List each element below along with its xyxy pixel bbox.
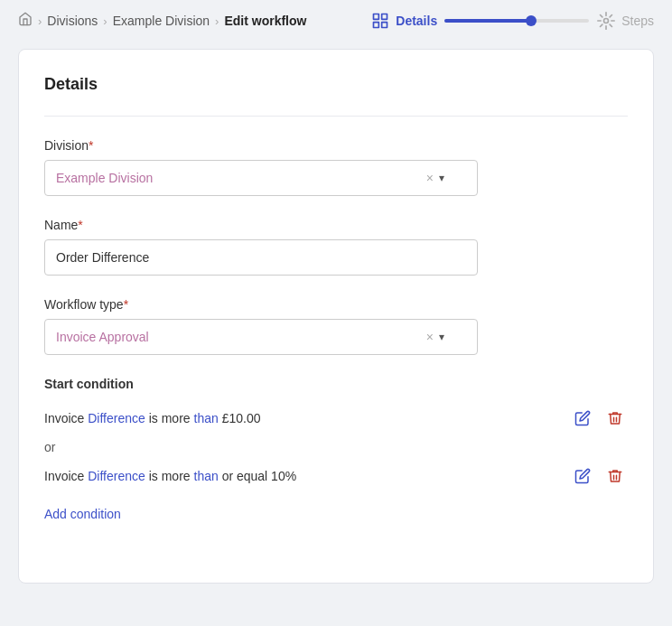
- steps-icon: [596, 11, 616, 31]
- details-step-label: Details: [396, 14, 437, 28]
- condition-actions-2: [570, 463, 628, 489]
- division-select-icons: × ▾: [426, 171, 444, 185]
- title-divider: [44, 116, 628, 117]
- stepper-indicator: [526, 15, 537, 26]
- workflow-type-label: Workflow type*: [44, 297, 628, 312]
- main-card: Details Division* Example Division × ▾ N…: [18, 49, 654, 584]
- breadcrumb-example-division[interactable]: Example Division: [113, 14, 210, 28]
- division-label: Division*: [44, 138, 628, 153]
- division-clear-icon[interactable]: ×: [426, 171, 434, 185]
- start-condition-title: Start condition: [44, 377, 628, 391]
- division-select[interactable]: Example Division × ▾: [44, 160, 478, 196]
- breadcrumb-sep-1: ›: [38, 14, 42, 28]
- division-field-group: Division* Example Division × ▾: [44, 138, 628, 196]
- start-condition-group: Start condition Invoice Difference is mo…: [44, 377, 628, 525]
- condition-row-2: Invoice Difference is more than or equal…: [44, 460, 628, 492]
- stepper-progress-track: [444, 19, 589, 23]
- condition-highlight-than-2: than: [194, 469, 219, 483]
- svg-rect-0: [374, 14, 379, 20]
- edit-condition-1-button[interactable]: [570, 406, 595, 431]
- steps-step-label: Steps: [621, 14, 654, 28]
- workflow-type-clear-icon[interactable]: ×: [426, 330, 434, 344]
- details-icon: [370, 11, 390, 31]
- name-field-group: Name*: [44, 218, 628, 276]
- topbar: › Divisions › Example Division › Edit wo…: [0, 0, 672, 42]
- stepper: Details Steps: [370, 11, 654, 31]
- add-condition-button[interactable]: Add condition: [44, 503, 121, 525]
- breadcrumb: › Divisions › Example Division › Edit wo…: [18, 12, 306, 30]
- workflow-type-value: Invoice Approval: [56, 330, 149, 344]
- condition-text-1: Invoice Difference is more than £10.00: [44, 411, 260, 425]
- svg-rect-2: [382, 23, 387, 28]
- workflow-type-select[interactable]: Invoice Approval × ▾: [44, 319, 478, 355]
- stepper-progress-fill: [444, 19, 531, 23]
- division-arrow-icon[interactable]: ▾: [439, 172, 444, 184]
- workflow-type-select-icons: × ▾: [426, 330, 444, 344]
- name-label: Name*: [44, 218, 628, 232]
- svg-rect-1: [382, 14, 387, 20]
- home-icon[interactable]: [18, 12, 33, 30]
- step-details[interactable]: Details: [370, 11, 437, 31]
- svg-point-4: [604, 19, 609, 23]
- breadcrumb-current: Edit workflow: [224, 14, 306, 28]
- division-required: *: [89, 138, 93, 153]
- delete-condition-1-button[interactable]: [602, 406, 628, 431]
- condition-highlight-than-1: than: [194, 411, 219, 425]
- division-value: Example Division: [56, 171, 153, 185]
- breadcrumb-sep-3: ›: [215, 14, 219, 28]
- condition-row-1: Invoice Difference is more than £10.00: [44, 402, 628, 434]
- breadcrumb-sep-2: ›: [103, 14, 107, 28]
- condition-actions-1: [570, 406, 628, 431]
- condition-highlight-difference-1: Difference: [88, 411, 145, 425]
- name-required: *: [78, 218, 82, 232]
- breadcrumb-divisions[interactable]: Divisions: [47, 14, 98, 28]
- card-title: Details: [44, 75, 628, 94]
- step-steps[interactable]: Steps: [596, 11, 654, 31]
- workflow-type-arrow-icon[interactable]: ▾: [439, 331, 444, 343]
- edit-condition-2-button[interactable]: [570, 463, 595, 489]
- workflow-type-required: *: [124, 297, 128, 312]
- svg-rect-3: [374, 23, 379, 28]
- delete-condition-2-button[interactable]: [602, 463, 628, 489]
- workflow-type-field-group: Workflow type* Invoice Approval × ▾: [44, 297, 628, 355]
- name-input[interactable]: [44, 239, 478, 276]
- or-label: or: [44, 440, 628, 454]
- condition-highlight-difference-2: Difference: [88, 469, 145, 483]
- condition-text-2: Invoice Difference is more than or equal…: [44, 469, 296, 483]
